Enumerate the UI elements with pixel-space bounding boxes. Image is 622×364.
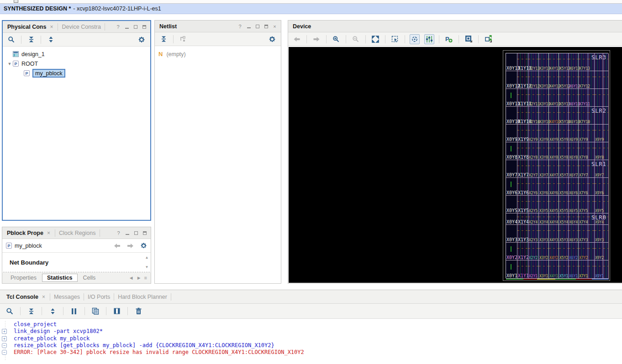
float-icon[interactable] xyxy=(141,23,148,30)
clock-region-cell xyxy=(588,107,595,125)
clock-region-cell xyxy=(595,260,603,279)
expand-entry-icon[interactable]: + xyxy=(2,336,7,341)
zoom-selection-icon[interactable] xyxy=(390,34,400,44)
clock-region-cell xyxy=(549,125,559,142)
tree-item-pblock[interactable]: P my_pblock xyxy=(3,68,150,78)
context-part: - xcvp1802-lsvc4072-1LHP-i-L-es1 xyxy=(73,5,161,12)
zoom-in-icon[interactable] xyxy=(331,34,341,44)
help-icon[interactable]: ? xyxy=(237,23,243,30)
log-icon[interactable] xyxy=(112,306,122,316)
tab-menu-icon[interactable]: ≡ xyxy=(144,275,147,281)
minimize-icon[interactable] xyxy=(245,23,252,30)
clock-region-cell xyxy=(506,160,517,178)
minimize-icon[interactable] xyxy=(124,229,131,236)
clock-region-cell xyxy=(517,196,528,213)
autofit-selection-icon[interactable] xyxy=(410,34,420,44)
settings-gear-icon[interactable] xyxy=(140,242,147,249)
search-icon[interactable] xyxy=(6,35,16,45)
pause-icon[interactable] xyxy=(69,306,79,316)
help-icon[interactable]: ? xyxy=(115,229,122,236)
tab-messages[interactable]: Messages xyxy=(52,290,82,303)
device-canvas[interactable]: X0Y13X1Y13X2Y13X3Y13X4Y13X5Y13X6Y13X7Y13… xyxy=(289,47,622,283)
close-icon[interactable]: × xyxy=(50,24,53,30)
tab-scroll-left-icon[interactable]: ◄ xyxy=(129,275,134,281)
routing-resources-icon[interactable] xyxy=(424,34,434,44)
maximize-icon[interactable] xyxy=(254,23,261,30)
close-icon[interactable]: × xyxy=(271,23,278,30)
float-icon[interactable] xyxy=(263,23,269,30)
zoom-out-icon[interactable] xyxy=(351,34,361,44)
close-icon[interactable]: × xyxy=(47,230,50,236)
forward-icon[interactable] xyxy=(311,34,322,44)
tab-statistics[interactable]: Statistics xyxy=(42,274,78,282)
tab-pblock-properties[interactable]: Pblock Prope xyxy=(5,227,45,239)
clock-region-cell xyxy=(528,53,539,71)
minimize-icon[interactable] xyxy=(123,23,130,30)
clock-region-cell xyxy=(549,71,559,89)
tab-physical-constraints[interactable]: Physical Cons xyxy=(5,21,48,32)
tree-item-root[interactable]: ▼ P ROOT xyxy=(3,59,150,68)
clock-region-cell xyxy=(539,107,549,125)
collapse-entry-icon[interactable]: − xyxy=(2,350,7,355)
section-heading: Net Boundary xyxy=(2,253,151,266)
auto-resize-icon[interactable] xyxy=(483,34,493,44)
tab-hard-block-planner[interactable]: Hard Block Planner xyxy=(116,290,169,303)
expand-all-icon[interactable] xyxy=(46,35,56,45)
clock-region-cell xyxy=(603,225,609,243)
clock-region-cell xyxy=(528,213,539,225)
clock-region-cell xyxy=(588,89,595,107)
tab-tcl-console[interactable]: Tcl Console xyxy=(5,290,40,303)
clock-region-cell xyxy=(595,125,603,142)
copy-icon[interactable] xyxy=(90,306,100,316)
collapse-all-icon[interactable] xyxy=(158,34,169,44)
clock-region-cell xyxy=(549,107,559,125)
float-icon[interactable] xyxy=(141,229,148,236)
trash-icon[interactable] xyxy=(133,306,143,316)
clock-region-cell xyxy=(539,243,549,260)
chevron-down-icon[interactable]: ▼ xyxy=(6,62,13,66)
physical-constraints-header: Physical Cons × Device Constra ? xyxy=(3,21,150,33)
maximize-icon[interactable] xyxy=(132,229,139,236)
pblock-name-editbox[interactable]: my_pblock xyxy=(32,69,65,78)
settings-gear-icon[interactable] xyxy=(267,34,277,44)
collapse-entry-icon[interactable]: − xyxy=(2,343,7,348)
clock-region-cell xyxy=(588,53,595,71)
maximize-icon[interactable] xyxy=(132,23,139,30)
back-icon[interactable] xyxy=(292,34,302,44)
tab-io-ports[interactable]: I/O Ports xyxy=(86,290,112,303)
tab-scroll-right-icon[interactable]: ► xyxy=(137,275,142,281)
expand-entry-icon[interactable]: + xyxy=(2,329,7,334)
clock-region-cell xyxy=(559,89,569,107)
tab-clock-regions[interactable]: Clock Regions xyxy=(57,227,98,239)
settings-gear-icon[interactable] xyxy=(137,35,147,45)
tree-item-design[interactable]: design_1 xyxy=(3,49,150,59)
console-line: +link_design -part xcvp1802* xyxy=(0,328,622,335)
clock-region-cell xyxy=(559,125,569,142)
clock-region-cell xyxy=(528,243,539,260)
clock-region-cell xyxy=(539,213,549,225)
zoom-fit-icon[interactable] xyxy=(370,34,380,44)
tab-properties[interactable]: Properties xyxy=(6,274,41,281)
tab-cells[interactable]: Cells xyxy=(79,274,100,281)
draw-pblock-icon[interactable]: P xyxy=(444,34,454,44)
cell-draw-mode-icon[interactable] xyxy=(464,34,474,44)
expand-all-icon[interactable] xyxy=(47,306,58,316)
collapse-all-icon[interactable] xyxy=(26,306,36,316)
tcl-console-output[interactable]: close_project +link_design -part xcvp180… xyxy=(0,319,622,364)
tab-device-constraints[interactable]: Device Constra xyxy=(60,21,102,32)
clock-region-cell xyxy=(603,260,609,279)
search-icon[interactable] xyxy=(5,306,15,316)
sync-icon[interactable] xyxy=(178,34,188,44)
clock-region-cell xyxy=(528,107,539,125)
scrollbar[interactable]: ▲▼ xyxy=(144,255,150,269)
scroll-down-icon[interactable]: ▼ xyxy=(145,265,149,269)
scroll-up-icon[interactable]: ▲ xyxy=(145,255,149,260)
collapse-all-icon[interactable] xyxy=(26,35,36,45)
forward-icon[interactable] xyxy=(127,243,134,249)
close-icon[interactable]: × xyxy=(42,294,45,300)
back-icon[interactable] xyxy=(114,243,121,249)
utilization-tick xyxy=(511,182,511,187)
clock-region-cell xyxy=(506,89,517,107)
clock-region-cell xyxy=(517,142,528,160)
help-icon[interactable]: ? xyxy=(115,23,121,30)
